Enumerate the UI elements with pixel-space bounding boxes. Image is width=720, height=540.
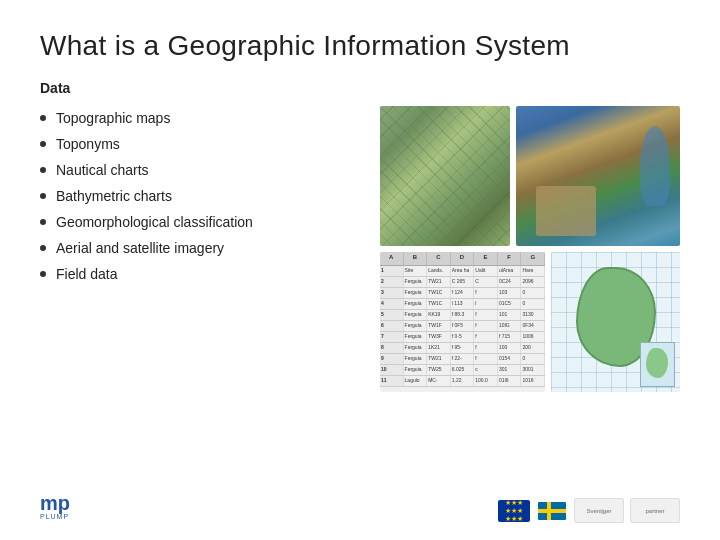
logo-mp-text: mp: [40, 493, 85, 513]
table-row: 10 Ferguia TW25 6.025 c 301 3001: [380, 365, 545, 376]
bullet-dot: [40, 115, 46, 121]
content-area: Topographic maps Toponyms Nautical chart…: [40, 106, 680, 392]
table-row: 7 Ferguia TW3F f 0-5 f f 715 1006: [380, 332, 545, 343]
logo-mp-sub: PLUMP: [40, 513, 85, 520]
bullet-text: Nautical charts: [56, 162, 149, 178]
bullet-text: Bathymetric charts: [56, 188, 172, 204]
bullet-dot: [40, 193, 46, 199]
bullet-text: Field data: [56, 266, 117, 282]
images-area: A B C D E F G 1 Site Lands. Area ha Uali…: [380, 106, 680, 392]
eu-stars: ★★★★★★★★★: [505, 499, 523, 523]
table-row: 3 Ferguia TW1C f 124 f 103 0: [380, 288, 545, 299]
bullet-text: Aerial and satellite imagery: [56, 240, 224, 256]
col-header: A: [380, 252, 404, 265]
bullet-list: Topographic maps Toponyms Nautical chart…: [40, 106, 370, 392]
table-row: 4 Ferguia TW1C l 113 l 01C5 0: [380, 299, 545, 310]
mp-logo: mp PLUMP: [40, 493, 85, 528]
bullet-text: Geomorphological classification: [56, 214, 253, 230]
list-item: Toponyms: [40, 136, 370, 152]
col-header: B: [404, 252, 428, 265]
list-item: Topographic maps: [40, 110, 370, 126]
list-item: Nautical charts: [40, 162, 370, 178]
bullet-dot: [40, 271, 46, 277]
eu-logo: ★★★★★★★★★: [498, 500, 530, 522]
page-title: What is a Geographic Information System: [40, 30, 680, 62]
bullet-text: Topographic maps: [56, 110, 170, 126]
table-row: 1 Site Lands. Area ha Ualit ulArea Hare: [380, 266, 545, 277]
section-label: Data: [40, 80, 680, 96]
list-item: Bathymetric charts: [40, 188, 370, 204]
list-item: Geomorphological classification: [40, 214, 370, 230]
table-row: 6 Ferguia TW1F f 0F5 f 10IG 0F34: [380, 321, 545, 332]
table-row: 2 Ferguia TW21 C 265 C 0C24 2096: [380, 277, 545, 288]
table-row: 8 Ferguia 1K21 f 95- f 100 200: [380, 343, 545, 354]
bottom-logos: mp PLUMP ★★★★★★★★★ Svenijger partner: [40, 493, 680, 528]
topographic-map-image: [380, 106, 510, 246]
top-images: [380, 106, 680, 246]
table-row: 9 Ferguia TW21 f 22- f 0154 0: [380, 354, 545, 365]
nautical-chart-image: [551, 252, 680, 392]
right-logos: ★★★★★★★★★ Svenijger partner: [498, 498, 680, 523]
bullet-dot: [40, 219, 46, 225]
spreadsheet-header: A B C D E F G: [380, 252, 545, 266]
table-row: 11 Lagulo MC- 1.22 100.0 01I6 1016: [380, 376, 545, 387]
partner-logos: Svenijger partner: [574, 498, 680, 523]
bullet-dot: [40, 141, 46, 147]
bullet-dot: [40, 167, 46, 173]
col-header: E: [474, 252, 498, 265]
col-header: C: [427, 252, 451, 265]
list-item: Field data: [40, 266, 370, 282]
col-header: G: [521, 252, 545, 265]
satellite-image: [516, 106, 680, 246]
bullet-dot: [40, 245, 46, 251]
bullet-text: Toponyms: [56, 136, 120, 152]
col-header: D: [451, 252, 475, 265]
map-inset: [640, 342, 675, 387]
spreadsheet-image: A B C D E F G 1 Site Lands. Area ha Uali…: [380, 252, 545, 392]
partner-logo-2: partner: [630, 498, 680, 523]
partner-logo-1: Svenijger: [574, 498, 624, 523]
sweden-flag: [538, 502, 566, 520]
list-item: Aerial and satellite imagery: [40, 240, 370, 256]
table-row: 5 Ferguia KK19 f 88.3 f 101 3130: [380, 310, 545, 321]
slide: What is a Geographic Information System …: [0, 0, 720, 540]
col-header: F: [498, 252, 522, 265]
bottom-images: A B C D E F G 1 Site Lands. Area ha Uali…: [380, 252, 680, 392]
